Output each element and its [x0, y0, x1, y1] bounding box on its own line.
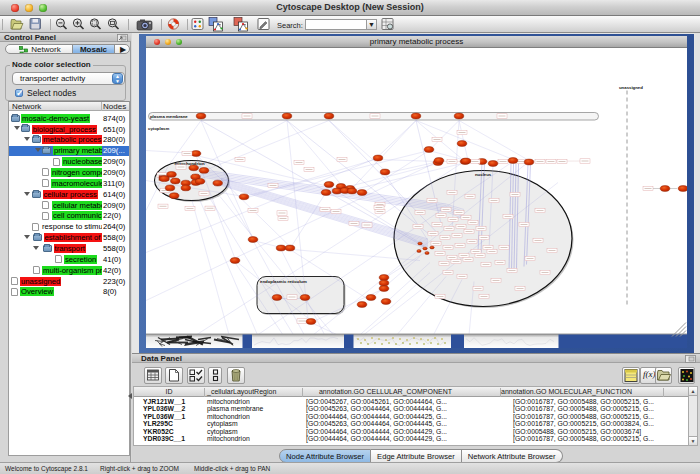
svg-text:nucleus: nucleus [475, 172, 492, 177]
svg-text:plasma membrane: plasma membrane [150, 113, 188, 118]
svg-text:cytoplasm: cytoplasm [148, 125, 169, 130]
svg-text:unassigned: unassigned [619, 84, 643, 89]
svg-text:endoplasmic reticulum: endoplasmic reticulum [260, 279, 307, 284]
